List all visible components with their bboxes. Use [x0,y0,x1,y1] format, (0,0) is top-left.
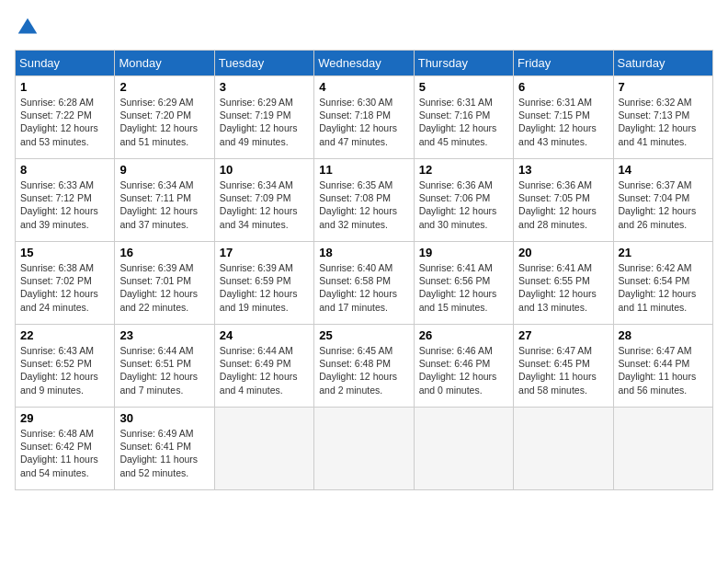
day-number: 29 [20,411,109,425]
day-number: 13 [518,163,608,177]
calendar-cell: 14Sunrise: 6:37 AMSunset: 7:04 PMDayligh… [613,159,712,242]
calendar-cell: 8Sunrise: 6:33 AMSunset: 7:12 PMDaylight… [16,159,115,242]
day-number: 30 [119,411,209,425]
calendar-cell: 4Sunrise: 6:30 AMSunset: 7:18 PMDaylight… [314,76,414,159]
calendar-cell [314,408,414,490]
day-detail: Sunrise: 6:45 AMSunset: 6:48 PMDaylight:… [319,344,408,396]
calendar-cell: 27Sunrise: 6:47 AMSunset: 6:45 PMDayligh… [514,325,613,408]
day-number: 10 [220,163,309,177]
day-number: 21 [619,246,708,259]
day-detail: Sunrise: 6:48 AMSunset: 6:42 PMDaylight:… [20,427,109,479]
day-number: 27 [518,328,608,342]
calendar-cell: 22Sunrise: 6:43 AMSunset: 6:52 PMDayligh… [16,325,115,408]
day-detail: Sunrise: 6:34 AMSunset: 7:11 PMDaylight:… [119,178,209,231]
day-number: 25 [319,328,408,342]
week-row-4: 22Sunrise: 6:43 AMSunset: 6:52 PMDayligh… [16,325,713,408]
calendar-cell [514,408,613,490]
calendar-cell: 23Sunrise: 6:44 AMSunset: 6:51 PMDayligh… [115,325,214,408]
week-row-1: 1Sunrise: 6:28 AMSunset: 7:22 PMDaylight… [16,76,713,159]
calendar-cell: 3Sunrise: 6:29 AMSunset: 7:19 PMDaylight… [214,76,313,159]
calendar-cell: 26Sunrise: 6:46 AMSunset: 6:46 PMDayligh… [414,325,513,408]
calendar-cell: 28Sunrise: 6:47 AMSunset: 6:44 PMDayligh… [613,325,712,408]
calendar-cell: 2Sunrise: 6:29 AMSunset: 7:20 PMDaylight… [115,76,214,159]
weekday-header-saturday: Saturday [613,51,712,76]
day-number: 20 [518,246,608,259]
calendar-cell: 13Sunrise: 6:36 AMSunset: 7:05 PMDayligh… [514,159,613,242]
day-detail: Sunrise: 6:30 AMSunset: 7:18 PMDaylight:… [319,96,408,148]
calendar-cell: 12Sunrise: 6:36 AMSunset: 7:06 PMDayligh… [414,159,513,242]
day-number: 4 [319,80,408,94]
day-number: 22 [20,328,109,342]
calendar-cell: 24Sunrise: 6:44 AMSunset: 6:49 PMDayligh… [214,325,313,408]
calendar-header-row: SundayMondayTuesdayWednesdayThursdayFrid… [16,51,713,76]
day-number: 28 [619,328,708,342]
day-detail: Sunrise: 6:33 AMSunset: 7:12 PMDaylight:… [20,178,109,231]
calendar-cell: 20Sunrise: 6:41 AMSunset: 6:55 PMDayligh… [514,242,613,325]
calendar-cell [613,408,712,490]
day-detail: Sunrise: 6:39 AMSunset: 7:01 PMDaylight:… [119,261,209,314]
day-detail: Sunrise: 6:49 AMSunset: 6:41 PMDaylight:… [119,427,209,479]
calendar-cell: 19Sunrise: 6:41 AMSunset: 6:56 PMDayligh… [414,242,513,325]
day-detail: Sunrise: 6:36 AMSunset: 7:06 PMDaylight:… [419,178,508,231]
day-detail: Sunrise: 6:40 AMSunset: 6:58 PMDaylight:… [319,261,408,314]
calendar-cell: 17Sunrise: 6:39 AMSunset: 6:59 PMDayligh… [214,242,313,325]
day-detail: Sunrise: 6:47 AMSunset: 6:45 PMDaylight:… [518,344,608,396]
day-detail: Sunrise: 6:44 AMSunset: 6:49 PMDaylight:… [220,344,309,396]
day-number: 3 [220,80,309,94]
weekday-header-friday: Friday [514,51,613,76]
day-number: 19 [419,246,508,259]
day-number: 15 [20,246,109,259]
logo [15,15,44,40]
page-header [15,15,713,40]
day-number: 6 [518,80,608,94]
day-number: 18 [319,246,408,259]
day-number: 14 [619,163,708,177]
calendar-cell: 1Sunrise: 6:28 AMSunset: 7:22 PMDaylight… [16,76,115,159]
day-detail: Sunrise: 6:35 AMSunset: 7:08 PMDaylight:… [319,178,408,231]
calendar-cell: 10Sunrise: 6:34 AMSunset: 7:09 PMDayligh… [214,159,313,242]
day-number: 8 [20,163,109,177]
day-number: 5 [419,80,508,94]
day-detail: Sunrise: 6:28 AMSunset: 7:22 PMDaylight:… [20,96,109,148]
weekday-header-thursday: Thursday [414,51,513,76]
calendar-cell [414,408,513,490]
day-detail: Sunrise: 6:38 AMSunset: 7:02 PMDaylight:… [20,261,109,314]
day-detail: Sunrise: 6:39 AMSunset: 6:59 PMDaylight:… [220,261,309,314]
calendar-cell: 29Sunrise: 6:48 AMSunset: 6:42 PMDayligh… [16,408,115,490]
calendar-cell: 16Sunrise: 6:39 AMSunset: 7:01 PMDayligh… [115,242,214,325]
day-detail: Sunrise: 6:29 AMSunset: 7:20 PMDaylight:… [119,96,209,148]
day-detail: Sunrise: 6:34 AMSunset: 7:09 PMDaylight:… [220,178,309,231]
day-number: 2 [119,80,209,94]
calendar-cell: 11Sunrise: 6:35 AMSunset: 7:08 PMDayligh… [314,159,414,242]
day-detail: Sunrise: 6:43 AMSunset: 6:52 PMDaylight:… [20,344,109,396]
day-detail: Sunrise: 6:41 AMSunset: 6:55 PMDaylight:… [518,261,608,314]
day-number: 16 [119,246,209,259]
calendar-cell: 30Sunrise: 6:49 AMSunset: 6:41 PMDayligh… [115,408,214,490]
calendar-cell: 15Sunrise: 6:38 AMSunset: 7:02 PMDayligh… [16,242,115,325]
day-detail: Sunrise: 6:32 AMSunset: 7:13 PMDaylight:… [619,96,708,148]
day-number: 26 [419,328,508,342]
weekday-header-tuesday: Tuesday [214,51,313,76]
day-detail: Sunrise: 6:46 AMSunset: 6:46 PMDaylight:… [419,344,508,396]
day-number: 11 [319,163,408,177]
calendar-table: SundayMondayTuesdayWednesdayThursdayFrid… [15,50,713,490]
day-number: 24 [220,328,309,342]
day-detail: Sunrise: 6:36 AMSunset: 7:05 PMDaylight:… [518,178,608,231]
calendar-cell [214,408,313,490]
calendar-cell: 25Sunrise: 6:45 AMSunset: 6:48 PMDayligh… [314,325,414,408]
calendar-cell: 9Sunrise: 6:34 AMSunset: 7:11 PMDaylight… [115,159,214,242]
day-detail: Sunrise: 6:42 AMSunset: 6:54 PMDaylight:… [619,261,708,314]
day-detail: Sunrise: 6:37 AMSunset: 7:04 PMDaylight:… [619,178,708,231]
week-row-5: 29Sunrise: 6:48 AMSunset: 6:42 PMDayligh… [16,408,713,490]
day-number: 23 [119,328,209,342]
day-detail: Sunrise: 6:31 AMSunset: 7:15 PMDaylight:… [518,96,608,148]
week-row-2: 8Sunrise: 6:33 AMSunset: 7:12 PMDaylight… [16,159,713,242]
day-number: 9 [119,163,209,177]
day-number: 7 [619,80,708,94]
weekday-header-monday: Monday [115,51,214,76]
day-detail: Sunrise: 6:47 AMSunset: 6:44 PMDaylight:… [619,344,708,396]
weekday-header-wednesday: Wednesday [314,51,414,76]
day-detail: Sunrise: 6:31 AMSunset: 7:16 PMDaylight:… [419,96,508,148]
calendar-cell: 5Sunrise: 6:31 AMSunset: 7:16 PMDaylight… [414,76,513,159]
day-number: 12 [419,163,508,177]
